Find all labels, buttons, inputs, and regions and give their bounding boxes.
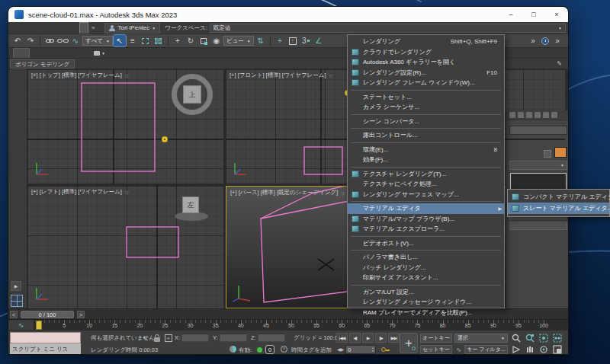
menubar-item[interactable] — [80, 23, 88, 34]
ribbon-display-icon[interactable]: ▼ — [94, 48, 105, 58]
zoom-extents-all-icon[interactable] — [551, 333, 563, 343]
reference-coordinate-dropdown[interactable]: ビュー ▼ — [223, 36, 254, 46]
select-and-link-icon[interactable] — [43, 35, 56, 46]
window-crossing-icon[interactable] — [152, 35, 165, 46]
mini-curve-editor-icon[interactable]: ∿ — [8, 320, 34, 330]
viewport-label-text[interactable]: [+] [フロント] [標準] [ワイヤフレーム] — [230, 72, 326, 79]
next-key-button[interactable]: ||▶ — [375, 333, 387, 343]
y-coordinate-field[interactable] — [220, 334, 247, 342]
current-time-marker[interactable] — [36, 321, 42, 330]
track-bar-ruler[interactable]: 0510152025303540455055606570758085909510… — [34, 320, 565, 330]
viewport-front-label[interactable]: [+] [フロント] [標準] [ワイヤフレーム] ▽ — [230, 72, 332, 79]
toolbar-overflow-icon[interactable]: » — [551, 35, 563, 46]
z-coordinate-field[interactable] — [258, 334, 285, 342]
menubar-overflow-icon[interactable]: » — [88, 24, 98, 31]
selection-filter-dropdown[interactable]: すべて ▼ — [82, 36, 113, 46]
viewcube-top-face[interactable]: 上 — [183, 85, 201, 104]
snaps-toggle-icon[interactable]: 3 — [300, 35, 312, 46]
menu-item[interactable]: 露出コントロール... ▶ — [348, 130, 504, 141]
redo-icon[interactable]: ↷ — [24, 35, 37, 46]
current-frame-field[interactable]: 0 ▴▾ — [345, 345, 376, 354]
scene-explorer-expand-button[interactable]: ▶ — [11, 281, 21, 291]
edit-pencil-icon[interactable]: ✎ — [557, 60, 568, 67]
time-slider-handle[interactable]: 0 / 100 — [21, 311, 74, 318]
menu-item[interactable]: Autodesk A360 ギャラリーを開く ▶ — [348, 57, 504, 68]
key-selection-dropdown[interactable]: 選択 ▼ — [454, 334, 508, 343]
menubar-item[interactable] — [72, 23, 80, 34]
menu-item[interactable]: シーン コンバータ... ▶ — [348, 117, 504, 127]
filter-funnel-icon[interactable]: ▽ — [341, 190, 345, 196]
menubar-item[interactable] — [34, 23, 42, 34]
ribbon-tab[interactable] — [45, 48, 60, 58]
viewport-label-text[interactable]: [+] [トップ] [標準] [ワイヤフレーム] — [31, 72, 122, 79]
viewport-perspective-label[interactable]: [+] [パース] [標準] [既定のシェーディング] ▽ — [230, 189, 345, 196]
select-and-scale-icon[interactable] — [197, 35, 210, 46]
isolate-selection-icon[interactable]: ↖ — [140, 334, 150, 343]
menu-item[interactable]: マテリアル/マップ ブラウザ(B)... ▶ — [348, 214, 504, 225]
menu-item[interactable]: RAM プレイヤーでメディアを比較(P)... ▶ — [348, 308, 504, 318]
close-button[interactable]: × — [545, 7, 568, 22]
filter-funnel-icon[interactable]: ▽ — [329, 73, 333, 78]
select-by-name-icon[interactable]: ≡ — [127, 35, 139, 46]
menubar-item[interactable] — [50, 23, 57, 34]
menu-item[interactable]: バッチ レンダリング... ▶ — [348, 263, 504, 273]
key-filters-button[interactable]: キー フィルタ... — [464, 345, 508, 354]
menu-item[interactable]: パノラマ書き出し... ▶ — [348, 252, 504, 263]
time-tag-clock-icon[interactable] — [281, 346, 287, 353]
rectangular-selection-region-icon[interactable] — [140, 35, 152, 46]
set-keys-button[interactable]: + — [400, 333, 418, 353]
maxscript-mini-listener[interactable] — [10, 332, 81, 343]
pan-hand-icon[interactable] — [524, 344, 536, 354]
menubar-item[interactable] — [42, 23, 50, 34]
menu-item[interactable]: マテリアル エクスプローラ... ▶ — [348, 224, 504, 235]
toolbar-overflow-icon[interactable]: » — [527, 35, 539, 46]
select-and-place-icon[interactable]: ◉ — [210, 35, 223, 46]
unlink-selection-icon[interactable] — [56, 35, 69, 46]
auto-key-button[interactable]: オートキー — [420, 334, 452, 343]
menu-item[interactable]: 環境(E)... 8 ▶ — [348, 145, 504, 155]
use-pivot-point-center-icon[interactable]: ⇅ — [255, 35, 267, 46]
bind-to-space-warp-icon[interactable]: ∿ — [69, 35, 82, 46]
maximize-button[interactable]: □ — [522, 7, 545, 22]
viewport-top-label[interactable]: [+] [トップ] [標準] [ワイヤフレーム] ▽ — [31, 72, 129, 79]
menu-item[interactable]: マテリアル エディタ ▶ — [348, 203, 504, 214]
zoom-icon[interactable] — [510, 333, 522, 343]
go-to-start-button[interactable]: |◀◀ — [336, 333, 348, 343]
viewport-layout-tabs-icon[interactable] — [11, 295, 23, 307]
orbit-icon[interactable] — [538, 344, 550, 354]
viewcube-left-face[interactable]: 左 — [182, 196, 199, 213]
play-button[interactable]: ▶ — [362, 333, 374, 343]
absolute-mode-transform-icon[interactable]: + — [163, 334, 173, 343]
animation-enabled-icon[interactable] — [230, 346, 236, 353]
menu-item[interactable]: テクスチャ レンダリング(T)... ▶ — [348, 169, 504, 180]
counter-badge[interactable]: 0 — [265, 345, 274, 354]
menubar-item[interactable] — [27, 23, 34, 34]
viewport-label-text[interactable]: [+] [レフト] [標準] [ワイヤフレーム] — [31, 188, 122, 196]
next-frame-button[interactable]: > — [77, 311, 85, 318]
menubar-item[interactable] — [65, 23, 72, 34]
polygon-modeling-panel-tab[interactable]: ポリゴン モデリング — [10, 59, 75, 69]
zoom-all-icon[interactable] — [524, 333, 536, 343]
minimize-button[interactable]: – — [499, 7, 522, 22]
menu-item[interactable]: ステートセット... ▶ — [348, 92, 504, 103]
filter-funnel-icon[interactable]: ▽ — [125, 73, 129, 78]
menu-item[interactable]: ガンマ/LUT 設定... ▶ — [348, 287, 504, 298]
angle-snap-toggle-icon[interactable]: ∠ — [313, 35, 325, 46]
viewport-left-label[interactable]: [+] [レフト] [標準] [ワイヤフレーム] ▽ — [31, 188, 129, 196]
menu-item[interactable]: レンダリング サーフェス マップ... ▶ — [348, 190, 504, 200]
field-of-view-icon[interactable] — [510, 344, 522, 354]
menu-item[interactable]: 印刷サイズ アシスタント... ▶ — [348, 273, 504, 283]
maxscript-listener-label[interactable]: スクリプト ミニ リス — [10, 343, 81, 355]
maximize-viewport-toggle-icon[interactable] — [551, 344, 563, 354]
viewport-label-text[interactable]: [+] [パース] [標準] [既定のシェーディング] — [230, 189, 338, 196]
frame-spinner[interactable]: ▴▾ — [372, 346, 374, 353]
menu-item[interactable]: レンダリング Shift+Q, Shift+F9 ▶ — [348, 37, 504, 47]
keyboard-shortcut-override-icon[interactable]: ↑ — [287, 35, 299, 46]
zoom-extents-icon[interactable] — [538, 333, 550, 343]
menubar-item[interactable] — [57, 23, 65, 34]
select-and-move-icon[interactable]: + — [172, 35, 184, 46]
select-and-manipulate-icon[interactable]: + — [274, 35, 286, 46]
menubar-item[interactable] — [19, 23, 27, 34]
frame-step-arrows-icon[interactable]: ◀▶ — [337, 346, 344, 352]
add-time-tag[interactable]: 時間タグを追加 — [291, 346, 332, 354]
